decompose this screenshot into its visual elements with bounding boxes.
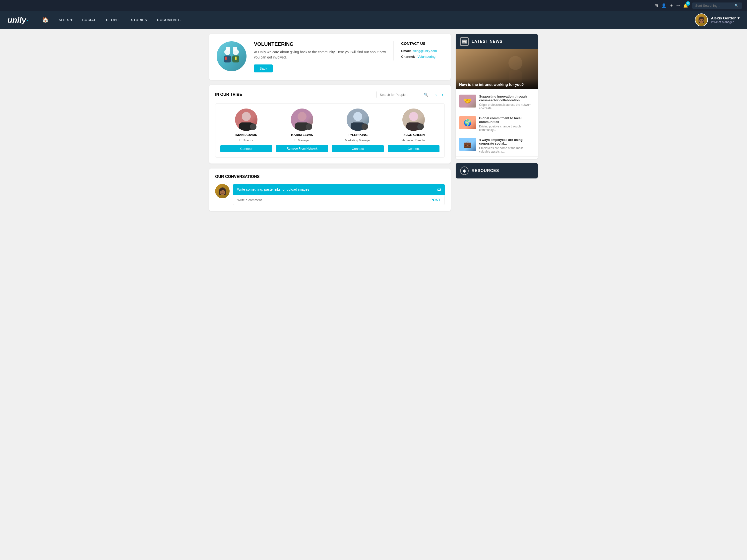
tribe-prev-button[interactable]: ‹ (434, 91, 438, 98)
list-item: ··· IMANI ADAMS IT Director Connect (221, 108, 272, 152)
user-name[interactable]: Alexis Gordon ▾ (711, 16, 740, 20)
volunteering-icon: ··· ··· (216, 41, 247, 71)
member-more-button-4[interactable]: ··· (417, 124, 424, 130)
search-icon: 🔍 (735, 4, 739, 7)
volunteering-svg: ··· ··· (221, 45, 243, 68)
svg-rect-1 (224, 55, 231, 62)
back-button[interactable]: Back (254, 64, 273, 73)
member-name-1: IMANI ADAMS (235, 133, 257, 137)
edit-icon[interactable]: ✏ (676, 3, 680, 8)
news-hero-caption: How is the intranet working for you? (456, 78, 538, 89)
tribe-title: IN OUR TRIBE (215, 92, 242, 97)
tribe-search-icon: 🔍 (424, 92, 428, 97)
user-avatar-image: 👩🏾 (695, 14, 707, 26)
news-item-desc-2: Driving positive change through communit… (479, 125, 534, 132)
member-name-2: KARIM LEWIS (291, 133, 313, 137)
connect-button-4[interactable]: Connect (388, 145, 439, 152)
conversations-comment-input[interactable] (237, 198, 431, 202)
member-name-3: TYLER KING (348, 133, 368, 137)
contact-email-row: Email: tking@unily.com (401, 49, 443, 53)
news-hero-image[interactable]: How is the intranet working for you? (456, 49, 538, 89)
contact-channel-row: Channel: Volunteering (401, 55, 443, 58)
volunteering-card: ··· ··· VOLUNTEERING At Unily we care ab… (209, 34, 451, 80)
post-button[interactable]: POST (431, 198, 440, 202)
news-thumb-2: 🌍 (459, 116, 476, 129)
news-item-title-3: 4 ways employees are using corporate soc… (479, 138, 534, 145)
nav-sites[interactable]: SITES ▾ (55, 16, 76, 24)
news-item-desc-3: Employees are some of the most valuable … (479, 146, 534, 153)
news-item-content-2: Global commitment to local communities D… (479, 116, 534, 132)
news-header-icon: 📰 (460, 37, 469, 46)
conversations-input-area: 👩🏾 Write something, paste links, or uplo… (215, 184, 445, 205)
news-item-title-2: Global commitment to local communities (479, 116, 534, 124)
tribe-search-input[interactable] (380, 93, 422, 97)
tribe-search-wrap[interactable]: 🔍 (377, 91, 431, 98)
conversations-title: OUR CONVERSATIONS (215, 175, 445, 179)
volunteering-description: At Unily we care about giving back to th… (254, 50, 386, 60)
member-role-4: Marketing Director (402, 139, 426, 142)
conversations-main-input[interactable]: Write something, paste links, or upload … (233, 184, 445, 195)
windows-icon[interactable]: ⊞ (654, 3, 658, 8)
member-more-button-1[interactable]: ··· (250, 124, 256, 130)
top-search-bar[interactable]: 🔍 (692, 2, 742, 9)
notification-badge: 8 (686, 1, 690, 6)
chevron-down-icon: ▾ (71, 18, 73, 22)
star-icon[interactable]: ✦ (670, 3, 673, 8)
list-item: ··· PAIGE GREEN Marketing Director Conne… (388, 108, 439, 152)
person-icon[interactable]: 👤 (661, 3, 666, 8)
member-avatar-wrap-4: ··· (403, 108, 425, 131)
top-search-input[interactable] (695, 4, 732, 7)
news-item-content-1: Supporting innovation through cross-sect… (479, 95, 534, 110)
svg-rect-2 (225, 56, 227, 60)
notification-icon[interactable]: 🔔 8 (683, 3, 688, 8)
conversations-inputs: Write something, paste links, or upload … (233, 184, 445, 205)
member-more-button-3[interactable]: ··· (362, 124, 368, 130)
top-bar: ⊞ 👤 ✦ ✏ 🔔 8 🔍 (0, 0, 747, 11)
list-item: ··· TYLER KING Marketing Manager Connect (332, 108, 384, 152)
user-avatar: 👩🏾 (695, 14, 708, 26)
nav-home-icon[interactable]: 🏠 (38, 17, 53, 23)
conversations-comment-area: POST (233, 195, 445, 205)
tribe-members-grid: ··· IMANI ADAMS IT Director Connect ··· … (215, 103, 445, 158)
volunteering-title: VOLUNTEERING (254, 41, 386, 47)
news-item-3[interactable]: 💼 4 ways employees are using corporate s… (456, 135, 538, 157)
news-item-content-3: 4 ways employees are using corporate soc… (479, 138, 534, 153)
resources-card[interactable]: ◆ RESOURCES (456, 163, 538, 179)
channel-link[interactable]: Volunteering (418, 55, 436, 58)
nav-people[interactable]: PEOPLE (102, 16, 125, 24)
resources-title: RESOURCES (472, 168, 499, 173)
conversations-card: OUR CONVERSATIONS 👩🏾 Write something, pa… (209, 168, 451, 211)
remove-from-network-button[interactable]: Remove From Network (276, 145, 328, 152)
nav-social[interactable]: SOCIAL (78, 16, 100, 24)
logo-text[interactable]: unily (7, 16, 26, 25)
member-more-button-2[interactable]: ··· (306, 124, 312, 130)
latest-news-header: 📰 LATEST NEWS (456, 34, 538, 49)
news-item-1[interactable]: 🤝 Supporting innovation through cross-se… (456, 91, 538, 113)
connect-button-3[interactable]: Connect (332, 145, 384, 152)
contact-title: CONTACT US (401, 41, 443, 46)
right-column: 📰 LATEST NEWS (456, 34, 538, 211)
news-items-list: 🤝 Supporting innovation through cross-se… (456, 89, 538, 159)
svg-point-14 (353, 112, 362, 121)
conversations-avatar: 👩🏾 (215, 184, 230, 198)
email-link[interactable]: tking@unily.com (413, 49, 437, 53)
latest-news-title: LATEST NEWS (472, 39, 503, 44)
logo-dot: ● (27, 19, 28, 21)
news-item-2[interactable]: 🌍 Global commitment to local communities… (456, 113, 538, 135)
main-content: ··· ··· VOLUNTEERING At Unily we care ab… (207, 34, 540, 211)
image-upload-icon[interactable]: 🖼 (437, 187, 441, 191)
tribe-next-button[interactable]: › (440, 91, 445, 98)
nav-stories[interactable]: STORIES (127, 16, 151, 24)
tribe-header: IN OUR TRIBE 🔍 ‹ › (215, 91, 445, 98)
list-item: ··· KARIM LEWIS IT Manager Remove From N… (276, 108, 328, 152)
svg-point-10 (242, 112, 251, 121)
channel-label: Channel: (401, 55, 415, 58)
tribe-nav: ‹ › (434, 91, 445, 98)
svg-point-19 (509, 56, 522, 70)
nav-documents[interactable]: DOCUMENTS (153, 16, 185, 24)
member-avatar-wrap-2: ··· (291, 108, 313, 131)
latest-news-card: 📰 LATEST NEWS (456, 34, 538, 159)
news-item-title-1: Supporting innovation through cross-sect… (479, 95, 534, 102)
member-role-2: IT Manager (294, 139, 310, 142)
connect-button-1[interactable]: Connect (221, 145, 272, 152)
